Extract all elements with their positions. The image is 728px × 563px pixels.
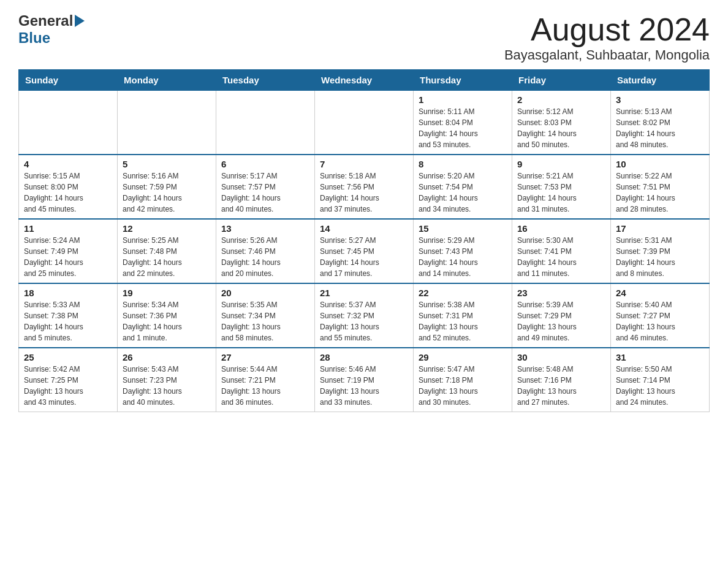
day-number: 21 bbox=[320, 288, 408, 298]
day-info: Sunrise: 5:47 AMSunset: 7:18 PMDaylight:… bbox=[419, 364, 507, 408]
day-number: 25 bbox=[24, 352, 112, 362]
calendar-day-cell: 20Sunrise: 5:35 AMSunset: 7:34 PMDayligh… bbox=[216, 283, 315, 348]
calendar-week-row: 18Sunrise: 5:33 AMSunset: 7:38 PMDayligh… bbox=[19, 283, 710, 348]
day-number: 16 bbox=[517, 223, 605, 234]
calendar-day-cell: 5Sunrise: 5:16 AMSunset: 7:59 PMDaylight… bbox=[118, 155, 216, 219]
day-number: 10 bbox=[616, 159, 704, 169]
day-info: Sunrise: 5:11 AMSunset: 8:04 PMDaylight:… bbox=[419, 106, 507, 150]
calendar-day-cell: 6Sunrise: 5:17 AMSunset: 7:57 PMDaylight… bbox=[216, 155, 315, 219]
calendar-day-cell: 2Sunrise: 5:12 AMSunset: 8:03 PMDaylight… bbox=[512, 91, 611, 155]
calendar-day-cell: 28Sunrise: 5:46 AMSunset: 7:19 PMDayligh… bbox=[315, 348, 414, 412]
calendar-day-cell: 12Sunrise: 5:25 AMSunset: 7:48 PMDayligh… bbox=[118, 219, 216, 283]
day-info: Sunrise: 5:20 AMSunset: 7:54 PMDaylight:… bbox=[419, 170, 507, 215]
day-info: Sunrise: 5:24 AMSunset: 7:49 PMDaylight:… bbox=[24, 235, 112, 279]
calendar-day-cell: 15Sunrise: 5:29 AMSunset: 7:43 PMDayligh… bbox=[414, 219, 512, 283]
day-info: Sunrise: 5:40 AMSunset: 7:27 PMDaylight:… bbox=[616, 299, 704, 343]
calendar-day-cell: 22Sunrise: 5:38 AMSunset: 7:31 PMDayligh… bbox=[414, 283, 512, 348]
day-number: 11 bbox=[24, 223, 112, 234]
day-number: 3 bbox=[616, 94, 704, 105]
calendar-day-cell bbox=[19, 91, 118, 155]
calendar-day-cell bbox=[118, 91, 216, 155]
day-number: 1 bbox=[419, 94, 507, 105]
day-info: Sunrise: 5:42 AMSunset: 7:25 PMDaylight:… bbox=[24, 364, 112, 408]
day-number: 14 bbox=[320, 223, 408, 234]
weekday-header-thursday: Thursday bbox=[414, 70, 512, 91]
calendar-day-cell: 30Sunrise: 5:48 AMSunset: 7:16 PMDayligh… bbox=[512, 348, 611, 412]
day-number: 31 bbox=[616, 352, 704, 362]
day-info: Sunrise: 5:21 AMSunset: 7:53 PMDaylight:… bbox=[517, 170, 605, 215]
day-number: 18 bbox=[24, 288, 112, 298]
calendar-day-cell: 29Sunrise: 5:47 AMSunset: 7:18 PMDayligh… bbox=[414, 348, 512, 412]
weekday-header-tuesday: Tuesday bbox=[216, 70, 315, 91]
calendar-day-cell: 9Sunrise: 5:21 AMSunset: 7:53 PMDaylight… bbox=[512, 155, 611, 219]
day-info: Sunrise: 5:30 AMSunset: 7:41 PMDaylight:… bbox=[517, 235, 605, 279]
calendar-day-cell: 7Sunrise: 5:18 AMSunset: 7:56 PMDaylight… bbox=[315, 155, 414, 219]
day-info: Sunrise: 5:35 AMSunset: 7:34 PMDaylight:… bbox=[221, 299, 309, 343]
day-number: 9 bbox=[517, 159, 605, 169]
day-number: 28 bbox=[320, 352, 408, 362]
logo: General Blue bbox=[18, 12, 85, 47]
day-info: Sunrise: 5:38 AMSunset: 7:31 PMDaylight:… bbox=[419, 299, 507, 343]
day-number: 12 bbox=[123, 223, 211, 234]
day-info: Sunrise: 5:39 AMSunset: 7:29 PMDaylight:… bbox=[517, 299, 605, 343]
day-info: Sunrise: 5:34 AMSunset: 7:36 PMDaylight:… bbox=[123, 299, 211, 343]
calendar-week-row: 25Sunrise: 5:42 AMSunset: 7:25 PMDayligh… bbox=[19, 348, 710, 412]
day-number: 30 bbox=[517, 352, 605, 362]
weekday-header-friday: Friday bbox=[512, 70, 611, 91]
day-number: 15 bbox=[419, 223, 507, 234]
calendar-day-cell: 14Sunrise: 5:27 AMSunset: 7:45 PMDayligh… bbox=[315, 219, 414, 283]
day-info: Sunrise: 5:37 AMSunset: 7:32 PMDaylight:… bbox=[320, 299, 408, 343]
day-info: Sunrise: 5:18 AMSunset: 7:56 PMDaylight:… bbox=[320, 170, 408, 215]
day-number: 20 bbox=[221, 288, 309, 298]
calendar-day-cell: 31Sunrise: 5:50 AMSunset: 7:14 PMDayligh… bbox=[611, 348, 710, 412]
calendar-day-cell: 16Sunrise: 5:30 AMSunset: 7:41 PMDayligh… bbox=[512, 219, 611, 283]
weekday-header-sunday: Sunday bbox=[19, 70, 118, 91]
day-number: 27 bbox=[221, 352, 309, 362]
day-info: Sunrise: 5:29 AMSunset: 7:43 PMDaylight:… bbox=[419, 235, 507, 279]
day-info: Sunrise: 5:22 AMSunset: 7:51 PMDaylight:… bbox=[616, 170, 704, 215]
calendar-day-cell: 4Sunrise: 5:15 AMSunset: 8:00 PMDaylight… bbox=[19, 155, 118, 219]
calendar-day-cell: 19Sunrise: 5:34 AMSunset: 7:36 PMDayligh… bbox=[118, 283, 216, 348]
day-info: Sunrise: 5:33 AMSunset: 7:38 PMDaylight:… bbox=[24, 299, 112, 343]
calendar-day-cell: 25Sunrise: 5:42 AMSunset: 7:25 PMDayligh… bbox=[19, 348, 118, 412]
calendar-day-cell: 23Sunrise: 5:39 AMSunset: 7:29 PMDayligh… bbox=[512, 283, 611, 348]
day-info: Sunrise: 5:15 AMSunset: 8:00 PMDaylight:… bbox=[24, 170, 112, 215]
calendar-day-cell: 3Sunrise: 5:13 AMSunset: 8:02 PMDaylight… bbox=[611, 91, 710, 155]
day-number: 5 bbox=[123, 159, 211, 169]
calendar-week-row: 4Sunrise: 5:15 AMSunset: 8:00 PMDaylight… bbox=[19, 155, 710, 219]
day-info: Sunrise: 5:31 AMSunset: 7:39 PMDaylight:… bbox=[616, 235, 704, 279]
weekday-header-saturday: Saturday bbox=[611, 70, 710, 91]
day-number: 22 bbox=[419, 288, 507, 298]
day-info: Sunrise: 5:48 AMSunset: 7:16 PMDaylight:… bbox=[517, 364, 605, 408]
day-info: Sunrise: 5:44 AMSunset: 7:21 PMDaylight:… bbox=[221, 364, 309, 408]
day-number: 23 bbox=[517, 288, 605, 298]
calendar-day-cell: 17Sunrise: 5:31 AMSunset: 7:39 PMDayligh… bbox=[611, 219, 710, 283]
calendar-day-cell bbox=[216, 91, 315, 155]
day-number: 24 bbox=[616, 288, 704, 298]
calendar-day-cell: 21Sunrise: 5:37 AMSunset: 7:32 PMDayligh… bbox=[315, 283, 414, 348]
logo-general-text: General bbox=[18, 12, 73, 29]
calendar-day-cell bbox=[315, 91, 414, 155]
day-number: 2 bbox=[517, 94, 605, 105]
day-info: Sunrise: 5:12 AMSunset: 8:03 PMDaylight:… bbox=[517, 106, 605, 150]
day-number: 6 bbox=[221, 159, 309, 169]
header: General Blue August 2024 Bayasgalant, Su… bbox=[18, 12, 710, 63]
logo-arrow-icon bbox=[75, 15, 85, 27]
weekday-header-wednesday: Wednesday bbox=[315, 70, 414, 91]
calendar-table: SundayMondayTuesdayWednesdayThursdayFrid… bbox=[18, 69, 710, 412]
day-number: 26 bbox=[123, 352, 211, 362]
calendar-week-row: 1Sunrise: 5:11 AMSunset: 8:04 PMDaylight… bbox=[19, 91, 710, 155]
calendar-day-cell: 1Sunrise: 5:11 AMSunset: 8:04 PMDaylight… bbox=[414, 91, 512, 155]
title-area: August 2024 Bayasgalant, Suhbaatar, Mong… bbox=[504, 12, 710, 63]
calendar-day-cell: 13Sunrise: 5:26 AMSunset: 7:46 PMDayligh… bbox=[216, 219, 315, 283]
day-number: 13 bbox=[221, 223, 309, 234]
logo-blue-text: Blue bbox=[18, 29, 50, 47]
weekday-header-row: SundayMondayTuesdayWednesdayThursdayFrid… bbox=[19, 70, 710, 91]
location-title: Bayasgalant, Suhbaatar, Mongolia bbox=[504, 47, 710, 63]
day-info: Sunrise: 5:16 AMSunset: 7:59 PMDaylight:… bbox=[123, 170, 211, 215]
day-info: Sunrise: 5:27 AMSunset: 7:45 PMDaylight:… bbox=[320, 235, 408, 279]
day-number: 19 bbox=[123, 288, 211, 298]
day-info: Sunrise: 5:13 AMSunset: 8:02 PMDaylight:… bbox=[616, 106, 704, 150]
calendar-day-cell: 18Sunrise: 5:33 AMSunset: 7:38 PMDayligh… bbox=[19, 283, 118, 348]
calendar-day-cell: 24Sunrise: 5:40 AMSunset: 7:27 PMDayligh… bbox=[611, 283, 710, 348]
